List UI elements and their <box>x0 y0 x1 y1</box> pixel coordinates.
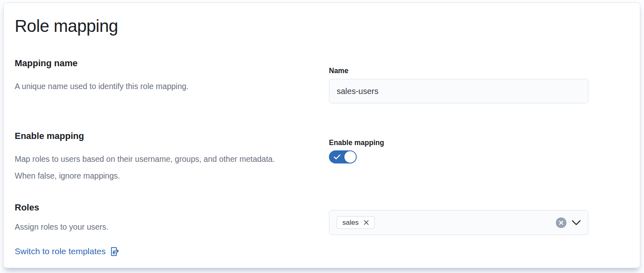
mapping-name-field-group: Name <box>329 66 588 103</box>
chevron-down-icon[interactable] <box>571 219 582 226</box>
selected-role-label: sales <box>342 219 359 227</box>
page-title: Role mapping <box>15 16 118 36</box>
selected-role-pill: sales <box>337 216 375 229</box>
mapping-name-section: Mapping name A unique name used to ident… <box>15 58 286 95</box>
toggle-thumb <box>344 151 356 163</box>
enable-mapping-description: Map roles to users based on their userna… <box>15 151 286 184</box>
roles-field-group: sales <box>329 210 588 235</box>
mapping-name-description: A unique name used to identify this role… <box>15 78 286 95</box>
name-input[interactable] <box>329 79 588 103</box>
roles-description: Assign roles to your users. <box>15 222 286 232</box>
enable-mapping-field-group: Enable mapping <box>329 138 588 163</box>
clear-all-icon[interactable] <box>556 217 566 228</box>
enable-mapping-toggle[interactable] <box>329 150 357 163</box>
switch-to-role-templates-link[interactable]: Switch to role templates <box>15 246 119 257</box>
input-output-icon <box>109 246 119 257</box>
name-field-label: Name <box>329 67 349 75</box>
roles-heading: Roles <box>15 202 286 213</box>
roles-combo-box[interactable]: sales <box>329 210 588 235</box>
enable-mapping-heading: Enable mapping <box>15 130 286 142</box>
role-mapping-panel: Role mapping Mapping name A unique name … <box>3 2 640 268</box>
roles-section: Roles Assign roles to your users. Switch… <box>15 202 286 257</box>
remove-role-icon[interactable] <box>362 219 370 226</box>
switch-to-role-templates-label: Switch to role templates <box>15 246 106 257</box>
enable-mapping-section: Enable mapping Map roles to users based … <box>15 130 286 184</box>
enable-mapping-toggle-label: Enable mapping <box>329 139 384 147</box>
check-icon <box>333 154 341 161</box>
mapping-name-heading: Mapping name <box>15 58 286 69</box>
